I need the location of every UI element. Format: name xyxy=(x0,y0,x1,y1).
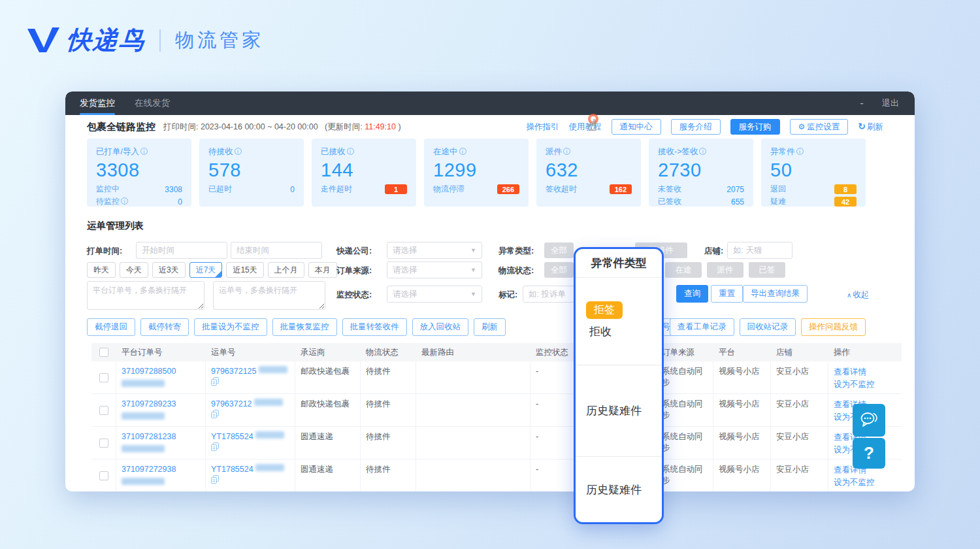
platform-order-link[interactable]: 371097288500 xyxy=(122,367,176,376)
copy-icon[interactable] xyxy=(211,378,219,388)
exception-type-label: 异常类型: xyxy=(498,246,534,257)
logistics-chip-delivering[interactable]: 派件中 xyxy=(707,262,743,278)
export-results-button[interactable]: 导出查询结果 xyxy=(743,285,808,303)
batch-resume-monitor-button[interactable]: 批量恢复监控 xyxy=(272,318,337,336)
row-checkbox[interactable] xyxy=(99,373,108,382)
info-icon[interactable] xyxy=(699,148,706,155)
popup-item-history-difficult[interactable]: 历史疑难件 xyxy=(586,403,642,418)
reset-button[interactable]: 重置 xyxy=(711,285,743,303)
start-time-input[interactable] xyxy=(136,242,227,259)
quick-date-today[interactable]: 今天 xyxy=(120,262,148,278)
platform-order-link[interactable]: 371097272938 xyxy=(122,465,176,474)
info-icon[interactable] xyxy=(140,148,148,155)
waybill-link[interactable]: 9796372125 xyxy=(211,367,257,376)
query-button[interactable]: 查询 xyxy=(676,285,708,303)
view-detail-link[interactable]: 查看详情 xyxy=(834,366,896,378)
info-icon[interactable] xyxy=(121,197,128,205)
shop-input[interactable] xyxy=(727,242,792,259)
batch-unmonitor-button[interactable]: 批量设为不监控 xyxy=(194,318,267,336)
exception-chip-all[interactable]: 全部 xyxy=(544,242,574,258)
waybill-link[interactable]: YT1785524 xyxy=(211,432,253,441)
waybill-textarea[interactable] xyxy=(213,281,325,310)
redacted-text xyxy=(122,445,165,452)
carrier-cell: 圆通速递 xyxy=(295,459,361,491)
row-checkbox[interactable] xyxy=(99,471,108,480)
platform-order-link[interactable]: 371097281238 xyxy=(122,432,176,441)
quick-date-7d[interactable]: 近7天 xyxy=(189,262,223,278)
batch-signed-button[interactable]: 批量转签收件 xyxy=(342,318,407,336)
shop-label: 店铺: xyxy=(704,246,723,257)
order-source-cell: 系统自动同步 xyxy=(657,394,713,426)
monitor-settings-button[interactable]: ⚙监控设置 xyxy=(790,119,849,135)
stat-value: 578 xyxy=(208,158,295,182)
print-date-label: 打单时间: xyxy=(87,246,122,257)
tab-online-shipping[interactable]: 在线发货 xyxy=(135,92,170,115)
popup-item-reject-sign[interactable]: 拒签 xyxy=(586,301,623,319)
popup-item-history-difficult[interactable]: 历史疑难件 xyxy=(586,482,642,497)
select-all-checkbox[interactable] xyxy=(99,348,108,357)
chevron-down-icon: ▼ xyxy=(470,267,476,273)
express-company-select[interactable]: 请选择▼ xyxy=(387,242,482,259)
tab-shipping-monitor[interactable]: 发货监控 xyxy=(80,92,115,115)
row-checkbox[interactable] xyxy=(99,439,108,448)
popup-item-reject-receive[interactable]: 拒收 xyxy=(589,324,662,339)
intercept-return-button[interactable]: 截停退回 xyxy=(87,318,135,336)
stat-card-pickup-to-sign: 揽收->签收 2730 未签收2075 已签收655 xyxy=(649,139,753,207)
stat-value: 2730 xyxy=(658,158,744,182)
carrier-cell: 邮政快递包裹 xyxy=(295,394,361,426)
chevron-down-icon: ▼ xyxy=(470,247,476,254)
carrier-cell: 邮政快递包裹 xyxy=(295,361,361,393)
info-icon[interactable] xyxy=(459,148,466,155)
end-time-input[interactable] xyxy=(231,242,322,259)
waybill-list-title: 运单管理列表 xyxy=(87,220,144,232)
redacted-text xyxy=(255,464,284,471)
info-icon[interactable] xyxy=(347,148,354,155)
platform-order-textarea[interactable] xyxy=(87,281,204,310)
waybill-table: 平台订单号 运单号 承运商 物流状态 最新路由 监控状态 订单来源 平台 店铺 … xyxy=(91,343,902,491)
copy-icon[interactable] xyxy=(211,476,219,486)
minimize-button[interactable]: - xyxy=(860,93,864,113)
quick-date-last-month[interactable]: 上个月 xyxy=(268,262,304,278)
service-subscribe-button[interactable]: 服务订购 xyxy=(730,119,780,135)
table-row: 371097281238 YT1785524 圆通速递 待揽件 - 系统自动同步… xyxy=(91,427,902,459)
order-source-select[interactable]: 请选择▼ xyxy=(387,261,482,278)
feedback-button[interactable]: 操作问题反馈 xyxy=(801,318,866,336)
quick-date-3d[interactable]: 近3天 xyxy=(152,262,186,278)
stat-value: 632 xyxy=(546,158,632,182)
logistics-chip-signed[interactable]: 已签收 xyxy=(749,262,785,278)
monitor-status-select[interactable]: 请选择▼ xyxy=(387,286,482,303)
customer-service-chat-button[interactable] xyxy=(853,404,885,437)
recycle-bin-button[interactable]: 放入回收站 xyxy=(412,318,469,336)
set-unmonitor-link[interactable]: 设为不监控 xyxy=(834,378,896,391)
notify-center-button[interactable]: 通知中心 xyxy=(612,119,661,135)
refresh-list-button[interactable]: 刷新 xyxy=(474,318,506,336)
logistics-chip-all[interactable]: 全部 xyxy=(544,262,574,278)
logout-button[interactable]: 退出 xyxy=(882,97,899,109)
tutorial-link[interactable]: 使用教程 xyxy=(569,122,602,133)
quick-date-yesterday[interactable]: 昨天 xyxy=(87,262,116,278)
quick-date-15d[interactable]: 近15天 xyxy=(226,262,263,278)
waybill-link[interactable]: YT1785524 xyxy=(211,465,253,474)
recycle-records-button[interactable]: 回收站记录 xyxy=(740,318,796,336)
service-intro-button[interactable]: 服务介绍 xyxy=(671,119,721,135)
copy-icon[interactable] xyxy=(211,444,219,453)
set-unmonitor-link[interactable]: 设为不监控 xyxy=(834,476,896,489)
info-icon[interactable] xyxy=(563,148,570,155)
copy-icon[interactable] xyxy=(211,411,219,420)
collapse-link[interactable]: ∧收起 xyxy=(847,290,869,301)
info-icon[interactable] xyxy=(235,148,242,155)
row-checkbox[interactable] xyxy=(99,406,108,415)
logistics-chip-in-transit[interactable]: 在途中 xyxy=(665,262,702,278)
help-button[interactable]: ? xyxy=(853,438,885,469)
platform-order-link[interactable]: 371097289233 xyxy=(122,399,176,408)
waybill-link[interactable]: 979637212 xyxy=(211,399,252,408)
intercept-forward-button[interactable]: 截停转寄 xyxy=(140,318,189,336)
guide-link[interactable]: 操作指引 xyxy=(527,122,559,133)
batch-actions: 截停退回 截停转寄 批量设为不监控 批量恢复监控 批量转签收件 放入回收站 刷新… xyxy=(87,318,866,336)
info-icon[interactable] xyxy=(796,148,804,155)
refresh-link[interactable]: ↻刷新 xyxy=(858,121,883,133)
work-order-records-button[interactable]: 查看工单记录 xyxy=(670,318,734,336)
quick-date-this-month[interactable]: 本月 xyxy=(308,262,337,278)
chevron-up-icon: ∧ xyxy=(847,291,851,299)
filter-panel: 打单时间: 快递公司: 请选择▼ 异常类型: 全部 疑难件 店铺: 昨天 今天 … xyxy=(65,237,915,316)
